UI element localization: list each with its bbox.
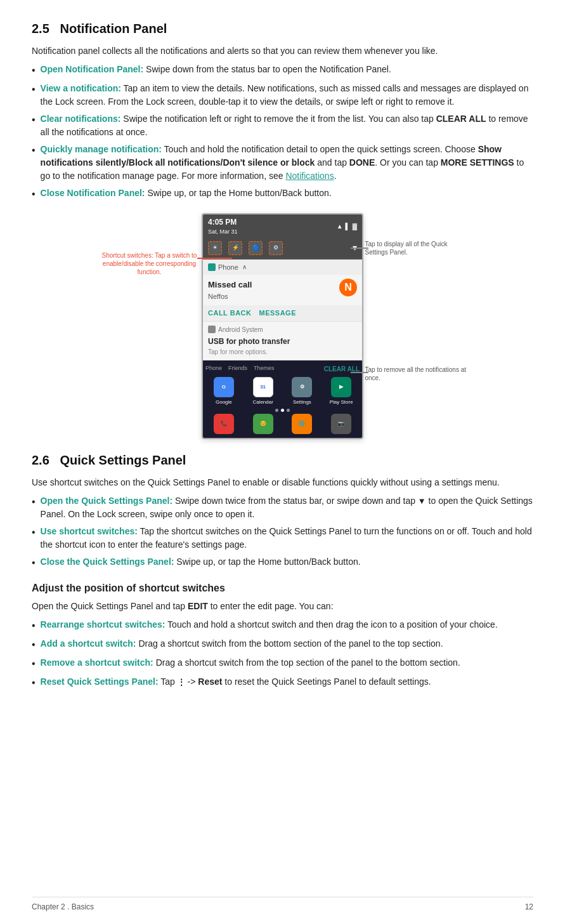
notif-avatar-n: N: [339, 279, 357, 296]
dock-3-icon: 🌐: [292, 414, 312, 434]
phone-app-name: Phone: [218, 262, 238, 273]
usb-app-name: Android System: [218, 325, 263, 334]
bullet-label-clear-notif: Clear notifications:: [41, 114, 121, 124]
annotation-right-top-text: Tap to display all of the Quick Settings…: [365, 240, 467, 256]
adjust-section-title: Adjust the position of shortcut switches: [32, 581, 533, 596]
annotation-left-line: [197, 258, 232, 259]
bullet-add-switch: Add a shortcut switch: Drag a shortcut s…: [32, 637, 533, 652]
bullet-view-notif: View a notification: Tap an item to view…: [32, 82, 533, 109]
bullet-label-reset-qs: Reset Quick Settings Panel:: [41, 676, 159, 687]
app-icon-calendar: 31 Calendar: [245, 377, 282, 406]
home-page-dots: [205, 409, 360, 412]
notif-text-block: Missed call Neffos: [208, 279, 252, 301]
bullet-label-add-switch: Add a shortcut switch:: [41, 638, 136, 649]
home-screen: Phone Friends Themes CLEAR ALL G Google …: [203, 360, 362, 438]
status-icons: ▲ ▌ ▓: [337, 221, 357, 231]
bullet-quickly-manage: Quickly manage notification: Touch and h…: [32, 143, 533, 183]
usb-notification: Android System USB for photo transfer Ta…: [203, 322, 362, 360]
qs-icon-3: 🔵: [249, 241, 263, 255]
bullet-clear-notif: Clear notifications: Swipe the notificat…: [32, 112, 533, 139]
qs-icon-2: ⚡: [228, 241, 242, 255]
home-apps-grid: G Google 31 Calendar ⚙ Settings ▶ Play S…: [205, 377, 360, 406]
home-dock: 📞 😊 🌐 📷: [205, 414, 360, 434]
notif-count-text: Phone Friends Themes: [205, 364, 320, 373]
annotation-right-bottom-line: [351, 372, 368, 373]
dock-icon-3: 🌐: [284, 414, 321, 434]
section-26-bullets: Open the Quick Settings Panel: Swipe dow…: [32, 494, 533, 571]
usb-notif-header: Android System: [208, 325, 357, 334]
home-dot-1: [275, 409, 278, 412]
dock-icon-2: 😊: [245, 414, 282, 434]
dock-1-icon: 📞: [214, 414, 234, 434]
bullet-close-qs: Close the Quick Settings Panel: Swipe up…: [32, 555, 533, 571]
wifi-icon: ▲: [337, 221, 343, 231]
qs-icon-4: ⚙: [269, 241, 283, 255]
bullet-label-view-notif: View a notification:: [41, 83, 121, 93]
section-25-intro: Notification panel collects all the noti…: [32, 44, 533, 58]
annotation-left-dot: [197, 258, 198, 259]
dock-4-icon: 📷: [331, 414, 351, 434]
bullet-label-quickly-manage: Quickly manage notification:: [41, 144, 162, 154]
home-dot-2: [281, 409, 284, 412]
playstore-label: Play Store: [330, 399, 353, 406]
settings-label: Settings: [293, 399, 311, 406]
calendar-label: Calendar: [252, 399, 273, 406]
notif-missed-call-sub: Neffos: [208, 291, 252, 302]
app-icon-google: G Google: [205, 377, 242, 406]
bullet-label-open-qs: Open the Quick Settings Panel:: [41, 496, 172, 506]
section-25-title: 2.5 Notification Panel: [32, 19, 533, 38]
section-26-title: 2.6 Quick Settings Panel: [32, 451, 533, 470]
notifications-link[interactable]: Notifications: [285, 171, 334, 181]
bullet-close-notif: Close Notification Panel: Swipe up, or t…: [32, 187, 533, 202]
bullet-reset-qs: Reset Quick Settings Panel: Tap ⋮ -> Res…: [32, 675, 533, 690]
phone-app-icon: [208, 263, 216, 271]
section-25-bullets: Open Notification Panel: Swipe down from…: [32, 63, 533, 202]
bullet-label-rearrange: Rearrange shortcut switches:: [41, 619, 166, 630]
usb-app-icon: [208, 326, 216, 333]
bullet-label-remove-switch: Remove a shortcut switch:: [41, 657, 153, 668]
notif-body: Missed call Neffos N: [203, 275, 362, 305]
calendar-icon: 31: [253, 377, 273, 397]
notification-screenshot-container: Shortcut switches: Tap a switch to enabl…: [99, 213, 467, 439]
annotation-left-text: Shortcut switches: Tap a switch to enabl…: [99, 251, 200, 276]
status-time: 4:05 PM: [208, 216, 238, 228]
battery-icon: ▓: [353, 221, 357, 231]
quick-settings-icons: ☀ ⚡ 🔵 ⚙ ▾: [208, 241, 357, 255]
bullet-rearrange: Rearrange shortcut switches: Touch and h…: [32, 618, 533, 633]
missed-call-notification: Phone ∧ Missed call Neffos N CALL BACK M…: [203, 260, 362, 322]
section-25-heading: Notification Panel: [60, 22, 167, 36]
bullet-label-close-qs: Close the Quick Settings Panel:: [41, 557, 174, 567]
usb-notif-sub: Tap for more options.: [208, 347, 357, 357]
app-icon-settings: ⚙ Settings: [284, 377, 321, 406]
playstore-icon: ▶: [331, 377, 351, 397]
notif-expand-icon: ∧: [242, 262, 247, 272]
notif-header-phone: Phone ∧: [203, 260, 362, 275]
bullet-open-qs: Open the Quick Settings Panel: Swipe dow…: [32, 494, 533, 521]
quick-settings-panel: ☀ ⚡ 🔵 ⚙ ▾: [203, 239, 362, 260]
section-26-number: 2.6: [32, 453, 49, 467]
bullet-label-use-switches: Use shortcut switches:: [41, 526, 138, 536]
dock-2-icon: 😊: [253, 414, 273, 434]
call-back-button[interactable]: CALL BACK: [208, 308, 251, 319]
page-footer: Chapter 2 . Basics 12: [32, 897, 533, 913]
adjust-bullets: Rearrange shortcut switches: Touch and h…: [32, 618, 533, 690]
home-dot-3: [287, 409, 290, 412]
adjust-intro: Open the Quick Settings Panel and tap ED…: [32, 600, 533, 613]
dock-icon-1: 📞: [205, 414, 242, 434]
status-time-date: 4:05 PM Sat, Mar 31: [208, 216, 238, 237]
footer-chapter: Chapter 2 . Basics: [32, 901, 94, 913]
section-26-heading: Quick Settings Panel: [60, 453, 186, 467]
message-button[interactable]: MESSAGE: [259, 308, 296, 319]
notif-actions: CALL BACK MESSAGE: [203, 305, 362, 321]
app-icon-playstore: ▶ Play Store: [323, 377, 360, 406]
section-25-number: 2.5: [32, 22, 49, 36]
phone-screen: 4:05 PM Sat, Mar 31 ▲ ▌ ▓ ☀ ⚡ 🔵 ⚙ ▾ Ph: [202, 213, 363, 439]
dock-icon-4: 📷: [323, 414, 360, 434]
google-icon: G: [214, 377, 234, 397]
qs-icon-1: ☀: [208, 241, 222, 255]
bullet-label-open-notif: Open Notification Panel:: [41, 64, 144, 74]
clear-all-row: Phone Friends Themes CLEAR ALL: [205, 364, 360, 374]
annotation-right-bottom-text: Tap to remove all the notifications at o…: [365, 366, 467, 382]
google-label: Google: [216, 399, 232, 406]
bullet-open-notif: Open Notification Panel: Swipe down from…: [32, 63, 533, 78]
